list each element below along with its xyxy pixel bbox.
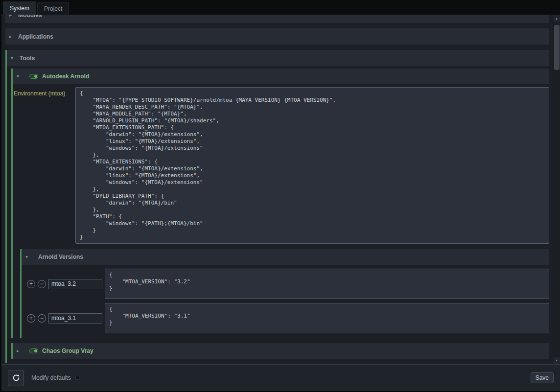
tab-system[interactable]: System — [3, 1, 36, 15]
subsection-title-arnold: Autodesk Arnold — [42, 73, 89, 80]
settings-content: ▸ Modules ▸ Applications ▾ Tools — [1, 15, 553, 364]
collapse-arrow-icon[interactable]: ▸ — [17, 348, 25, 353]
arnold-enabled-toggle[interactable] — [29, 74, 38, 79]
tab-bar: System Project — [1, 0, 560, 15]
scrollbar-thumb[interactable] — [554, 25, 560, 70]
subsection-title-vray: Chaos Group Vray — [42, 347, 93, 354]
subsection-title-arnold-versions: Arnold Versions — [38, 254, 83, 260]
subsection-vray: ▸ Chaos Group Vray — [11, 343, 549, 359]
tools-section-body: ▾ Autodesk Arnold Environment (mtoa) { "… — [7, 66, 549, 363]
section-title-tools: Tools — [20, 55, 35, 62]
add-version-button[interactable]: + — [27, 314, 35, 323]
refresh-icon — [12, 373, 21, 382]
vertical-scrollbar[interactable]: ▴ ▾ — [553, 15, 560, 364]
version-json-editor[interactable]: { "MTOA_VERSION": "3.2" } — [105, 269, 549, 299]
section-title-applications: Applications — [18, 33, 53, 40]
main-area: ▸ Modules ▸ Applications ▾ Tools — [1, 15, 560, 364]
arnold-env-json-editor[interactable]: { "MTOA": "{PYPE_STUDIO_SOFTWARE}/arnold… — [75, 87, 549, 244]
refresh-button[interactable] — [8, 370, 24, 386]
expand-arrow-icon[interactable]: ▾ — [11, 56, 20, 61]
arnold-versions-body: + − { "MTOA_VERSION": "3.2" } + — [22, 265, 549, 338]
footer-bar: Modify defaults Save — [1, 364, 560, 391]
modify-defaults-checkbox[interactable] — [75, 376, 79, 380]
tab-project[interactable]: Project — [37, 2, 69, 15]
version-json-editor[interactable]: { "MTOA_VERSION": "3.1" } — [105, 303, 549, 333]
version-row: + − { "MTOA_VERSION": "3.2" } — [27, 269, 549, 299]
modify-defaults-label: Modify defaults — [31, 374, 71, 381]
arnold-env-json-text: { "MTOA": "{PYPE_STUDIO_SOFTWARE}/arnold… — [80, 90, 545, 241]
version-name-input[interactable] — [48, 313, 102, 323]
vray-enabled-toggle[interactable] — [29, 348, 38, 353]
save-button[interactable]: Save — [531, 372, 554, 383]
add-version-button[interactable]: + — [27, 280, 35, 288]
version-name-input[interactable] — [48, 279, 102, 289]
expand-arrow-icon[interactable]: ▾ — [25, 254, 34, 259]
subsection-header-arnold-versions[interactable]: ▾ Arnold Versions — [22, 249, 549, 265]
section-applications: ▸ Applications — [5, 28, 549, 45]
environment-label: Environment (mtoa) — [14, 87, 75, 97]
subsection-arnold-versions: ▾ Arnold Versions + − { — [20, 249, 549, 338]
section-header-modules[interactable]: ▸ Modules — [5, 15, 549, 23]
arnold-section-body: Environment (mtoa) { "MTOA": "{PYPE_STUD… — [13, 84, 549, 338]
scrollbar-track[interactable] — [553, 22, 560, 357]
version-json-text: { "MTOA_VERSION": "3.1" } — [109, 306, 545, 326]
remove-version-button[interactable]: − — [38, 280, 46, 288]
section-tools: ▾ Tools ▾ Autodesk Arnold Environment (m… — [5, 50, 549, 363]
collapse-arrow-icon[interactable]: ▸ — [9, 15, 18, 18]
environment-row: Environment (mtoa) { "MTOA": "{PYPE_STUD… — [14, 87, 549, 244]
section-header-applications[interactable]: ▸ Applications — [5, 28, 549, 45]
collapse-arrow-icon[interactable]: ▸ — [9, 34, 18, 39]
subsection-header-arnold[interactable]: ▾ Autodesk Arnold — [13, 69, 549, 84]
expand-arrow-icon[interactable]: ▾ — [17, 74, 25, 79]
subsection-header-vray[interactable]: ▸ Chaos Group Vray — [13, 343, 549, 359]
remove-version-button[interactable]: − — [38, 314, 46, 323]
section-header-tools[interactable]: ▾ Tools — [7, 50, 549, 66]
settings-window: System Project ▸ Modules ▸ Applications … — [1, 0, 560, 391]
scroll-up-arrow-icon[interactable]: ▴ — [553, 15, 560, 22]
section-modules: ▸ Modules — [5, 15, 549, 23]
subsection-arnold: ▾ Autodesk Arnold Environment (mtoa) { "… — [11, 69, 549, 338]
section-title-modules: Modules — [18, 15, 42, 19]
version-json-text: { "MTOA_VERSION": "3.2" } — [109, 272, 545, 292]
scroll-down-arrow-icon[interactable]: ▾ — [553, 357, 560, 364]
version-row: + − { "MTOA_VERSION": "3.1" } — [27, 303, 549, 333]
